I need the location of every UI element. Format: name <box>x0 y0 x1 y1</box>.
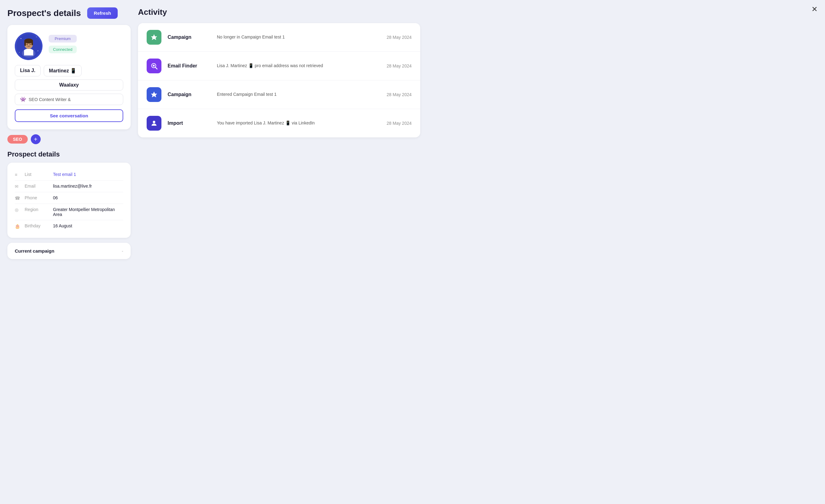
activity-row-3: Campaign Entered Campaign Email test 1 2… <box>138 80 420 109</box>
activity-date-3: 28 May 2024 <box>378 92 411 97</box>
current-campaign-label: Current campaign <box>15 248 54 254</box>
current-campaign-value: - <box>122 248 123 254</box>
email-label: Email <box>25 184 49 189</box>
svg-point-12 <box>26 44 28 45</box>
last-name: Martinez 📱 <box>44 65 82 76</box>
page-header: Prospect's details Refresh <box>7 7 131 19</box>
profile-top: Premium Connected <box>15 32 123 60</box>
profile-card: Premium Connected Lisa J. Martinez 📱 Waa… <box>7 25 131 129</box>
left-panel: Prospect's details Refresh <box>7 7 131 259</box>
svg-point-4 <box>38 51 39 52</box>
birthday-label: Birthday <box>25 223 49 228</box>
svg-rect-11 <box>31 41 33 45</box>
activity-desc-2: Lisa J. Martinez 📱 pro email address was… <box>217 63 372 69</box>
first-name: Lisa J. <box>15 65 41 76</box>
birthday-value: 16 August <box>53 223 123 228</box>
tags-row: SEO + <box>7 134 131 144</box>
connected-badge: Connected <box>49 46 77 53</box>
svg-rect-10 <box>24 41 26 46</box>
list-value: Test email 1 <box>53 172 123 177</box>
import-icon <box>147 116 161 131</box>
activity-card: Campaign No longer in Campaign Email tes… <box>138 23 420 137</box>
close-button[interactable]: ✕ <box>812 5 818 13</box>
email-icon: ✉ <box>15 184 21 189</box>
list-icon: ≡ <box>15 172 21 177</box>
activity-type-1: Campaign <box>168 34 211 40</box>
badges: Premium Connected <box>49 32 77 53</box>
details-card: ≡ List Test email 1 ✉ Email lisa.martine… <box>7 163 131 238</box>
svg-point-13 <box>29 44 31 45</box>
activity-desc-1: No longer in Campaign Email test 1 <box>217 34 372 41</box>
right-panel: Activity Campaign No longer in Campaign … <box>138 7 420 259</box>
activity-title: Activity <box>138 7 420 17</box>
activity-row-4: Import You have imported Lisa J. Martine… <box>138 109 420 137</box>
region-label: Region <box>25 207 49 212</box>
add-tag-button[interactable]: + <box>31 134 41 144</box>
svg-point-17 <box>153 121 155 123</box>
activity-date-1: 28 May 2024 <box>378 35 411 40</box>
campaign-icon-green <box>147 30 161 45</box>
birthday-icon: 🎂 <box>15 224 21 229</box>
activity-type-3: Campaign <box>168 92 211 97</box>
refresh-button[interactable]: Refresh <box>87 7 118 19</box>
activity-date-2: 28 May 2024 <box>378 64 411 68</box>
see-conversation-button[interactable]: See conversation <box>15 110 123 122</box>
detail-row-birthday: 🎂 Birthday 16 August <box>15 220 123 232</box>
activity-desc-4: You have imported Lisa J. Martinez 📱 via… <box>217 120 372 126</box>
job-title: SEO Content Writer & <box>29 97 71 102</box>
activity-type-2: Email Finder <box>168 63 211 69</box>
phone-value: 06 <box>53 195 123 200</box>
phone-icon: ☎ <box>15 196 21 201</box>
activity-type-4: Import <box>168 121 211 126</box>
svg-line-15 <box>156 67 157 69</box>
current-campaign-card: Current campaign - <box>7 243 131 259</box>
prospect-details-title: Prospect details <box>7 150 131 158</box>
detail-row-email: ✉ Email lisa.martinez@live.fr <box>15 181 123 192</box>
seo-tag[interactable]: SEO <box>7 135 28 144</box>
detail-row-phone: ☎ Phone 06 <box>15 192 123 204</box>
premium-badge: Premium <box>49 35 77 43</box>
job-emoji: 👾 <box>20 96 26 102</box>
region-value: Greater Montpellier Metropolitan Area <box>53 207 123 217</box>
activity-row-1: Campaign No longer in Campaign Email tes… <box>138 23 420 52</box>
email-finder-icon <box>147 59 161 73</box>
avatar <box>15 32 43 60</box>
email-value: lisa.martinez@live.fr <box>53 184 123 189</box>
activity-date-4: 28 May 2024 <box>378 121 411 126</box>
activity-desc-3: Entered Campaign Email test 1 <box>217 91 372 98</box>
svg-point-3 <box>36 37 36 37</box>
company: Waalaxy <box>15 79 123 90</box>
svg-point-2 <box>21 38 21 39</box>
job-title-box: 👾 SEO Content Writer & <box>15 94 123 105</box>
detail-row-list: ≡ List Test email 1 <box>15 169 123 181</box>
svg-point-16 <box>153 65 155 67</box>
campaign-icon-blue <box>147 87 161 102</box>
name-row: Lisa J. Martinez 📱 <box>15 65 123 76</box>
page-title: Prospect's details <box>7 8 81 18</box>
phone-label: Phone <box>25 195 49 200</box>
activity-row-2: Email Finder Lisa J. Martinez 📱 pro emai… <box>138 52 420 80</box>
detail-row-region: ◎ Region Greater Montpellier Metropolita… <box>15 204 123 220</box>
region-icon: ◎ <box>15 207 21 212</box>
svg-point-5 <box>19 52 20 53</box>
list-label: List <box>25 172 49 177</box>
